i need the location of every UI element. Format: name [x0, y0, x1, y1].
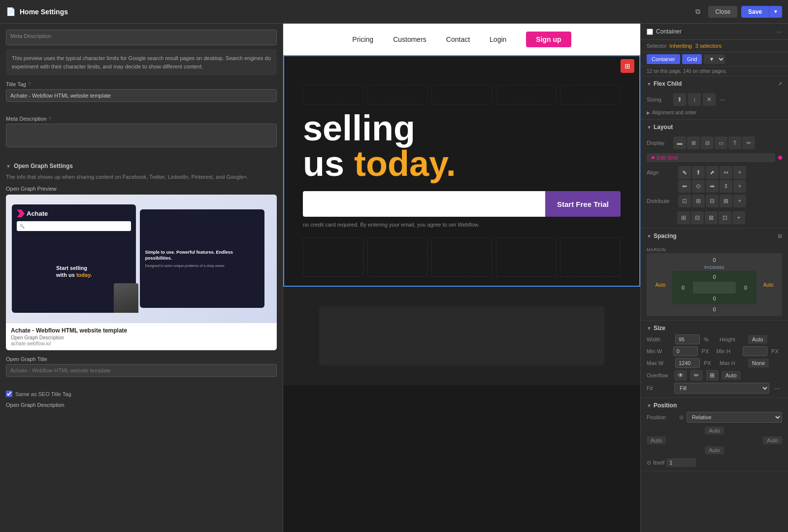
- nav-customers[interactable]: Customers: [393, 35, 427, 43]
- preview-cta-button[interactable]: Start Free Trial: [545, 191, 621, 217]
- display-block-btn[interactable]: ▬: [673, 136, 686, 149]
- overflow-hidden-btn[interactable]: ✏: [690, 370, 703, 381]
- margin-bottom-input[interactable]: [707, 306, 722, 312]
- align-mid-center[interactable]: ⊙: [692, 180, 705, 193]
- selector-dropdown[interactable]: ▼: [704, 54, 725, 64]
- align-mid-right[interactable]: ➡: [706, 180, 719, 193]
- dist-btn-1[interactable]: ⊡: [678, 195, 691, 207]
- align-mid-stretch[interactable]: ⇕: [720, 180, 732, 193]
- edit-grid-btn[interactable]: Edit Grid: [647, 153, 775, 162]
- align-top-left[interactable]: ⬉: [678, 166, 691, 179]
- margin-right-auto[interactable]: Auto: [761, 282, 776, 288]
- close-button[interactable]: Close: [708, 6, 737, 18]
- nav-contact[interactable]: Contact: [446, 35, 470, 43]
- position-select[interactable]: Relative Absolute Fixed Sticky: [687, 412, 782, 423]
- og-title-input[interactable]: [6, 364, 277, 377]
- display-inline-btn[interactable]: ▭: [715, 136, 727, 149]
- rp-spacing-header[interactable]: ▼ Spacing ⊞: [641, 229, 788, 243]
- dist2-btn-1[interactable]: ⊞: [677, 211, 690, 224]
- rp-element-title: Container: [656, 28, 773, 35]
- nav-login[interactable]: Login: [490, 35, 506, 43]
- sizing-btn-2[interactable]: ↕: [688, 93, 701, 106]
- sizing-btn-3[interactable]: ✕: [703, 93, 716, 106]
- dist2-btn-5[interactable]: +: [732, 211, 745, 224]
- title-tag-help[interactable]: ?: [28, 82, 31, 87]
- pos-mid-row: Auto Auto: [647, 436, 782, 444]
- dist-btn-5[interactable]: +: [733, 195, 746, 207]
- rp-flex-child-header[interactable]: ▼ Flex Child ↗: [641, 76, 788, 91]
- max-w-input[interactable]: [675, 358, 700, 368]
- rp-position-header[interactable]: ▼ Position: [647, 402, 782, 412]
- fit-more-btn[interactable]: ···: [772, 383, 782, 393]
- dist2-btn-2[interactable]: ⊟: [691, 211, 704, 224]
- align-more[interactable]: +: [733, 166, 746, 179]
- margin-mid: Auto PADDING: [651, 265, 778, 304]
- min-w-input[interactable]: [673, 346, 698, 356]
- padding-right-input[interactable]: [738, 285, 753, 291]
- padding-top-input[interactable]: [707, 274, 722, 280]
- nav-signup[interactable]: Sign up: [526, 32, 571, 47]
- align-top-right[interactable]: ⬈: [706, 166, 719, 179]
- margin-top-input[interactable]: [707, 257, 722, 263]
- same-as-seo-checkbox[interactable]: [6, 391, 12, 397]
- dist-btn-4[interactable]: ⊠: [720, 195, 732, 207]
- max-w-unit: PX: [704, 360, 716, 366]
- overflow-scroll-btn[interactable]: ⊞: [706, 370, 719, 381]
- flex-child-menu-icon[interactable]: ↗: [778, 81, 782, 87]
- layout-chevron-icon: ▼: [647, 125, 652, 130]
- preview-email-input[interactable]: [303, 191, 545, 217]
- duplicate-icon[interactable]: ⧉: [691, 5, 704, 18]
- dist-btn-3[interactable]: ⊟: [706, 195, 719, 207]
- fit-select[interactable]: Fill Contain Cover: [674, 383, 769, 394]
- bottom-grid-box: [303, 237, 363, 277]
- sizing-btn-1[interactable]: ⬆: [673, 93, 686, 106]
- meta-description-input[interactable]: [6, 124, 277, 147]
- dist2-btn-4[interactable]: ⊡: [719, 211, 731, 224]
- container-selector-btn[interactable]: Container: [647, 54, 680, 64]
- margin-left-auto[interactable]: Auto: [653, 282, 668, 288]
- rp-element-checkbox[interactable]: [647, 29, 653, 35]
- same-as-seo-row: Same as SEO Title Tag: [6, 391, 277, 397]
- max-h-none-btn[interactable]: None: [748, 359, 769, 367]
- padding-bottom-input[interactable]: [707, 296, 722, 301]
- width-input[interactable]: [675, 334, 700, 344]
- pos-top-auto[interactable]: Auto: [705, 427, 724, 434]
- align-top-center[interactable]: ⬆: [692, 166, 705, 179]
- align-mid-more[interactable]: +: [733, 180, 746, 193]
- save-dropdown-button[interactable]: ▼: [769, 6, 782, 18]
- height-auto-btn[interactable]: Auto: [748, 335, 767, 344]
- rp-size-header[interactable]: ▼ Size: [647, 325, 782, 334]
- align-order-label[interactable]: ▶ Alignment and order: [647, 110, 782, 115]
- rp-flex-child-section: ▼ Flex Child ↗ Sizing ⬆ ↕ ✕ ··· ▶ Alignm…: [641, 76, 788, 120]
- overflow-auto-btn[interactable]: Auto: [722, 371, 741, 380]
- rp-element-menu-icon[interactable]: ···: [776, 28, 782, 35]
- height-label: Height: [720, 336, 744, 342]
- topbar: 📄 Home Settings ⧉ Close Save ▼: [0, 0, 788, 24]
- pos-bottom-auto[interactable]: Auto: [705, 446, 724, 454]
- display-grid-btn[interactable]: ⊟: [701, 136, 714, 149]
- meta-desc-help[interactable]: ?: [49, 116, 52, 122]
- dist-btn-2[interactable]: ⊞: [692, 195, 705, 207]
- position-row: Position ⊙ Relative Absolute Fixed Stick…: [647, 412, 782, 423]
- align-stretch[interactable]: ⇔: [720, 166, 732, 179]
- og-section-header[interactable]: ▼ Open Graph Settings: [6, 163, 277, 169]
- pos-left-auto[interactable]: Auto: [647, 436, 666, 444]
- rp-layout-header[interactable]: ▼ Layout: [641, 120, 788, 134]
- nav-pricing[interactable]: Pricing: [352, 35, 373, 43]
- sizing-more-btn[interactable]: ···: [718, 95, 727, 104]
- overflow-visible-btn[interactable]: 👁: [674, 370, 687, 381]
- title-tag-input[interactable]: [6, 89, 277, 102]
- padding-left-input[interactable]: [676, 285, 690, 291]
- grid-selector-btn[interactable]: Grid: [682, 54, 702, 64]
- dist2-btn-3[interactable]: ⊠: [705, 211, 718, 224]
- pos-itself-input[interactable]: [666, 458, 696, 467]
- display-text-btn[interactable]: T: [728, 136, 741, 149]
- save-button[interactable]: Save: [741, 6, 769, 18]
- layout-title: Layout: [654, 124, 782, 131]
- pos-right-auto[interactable]: Auto: [763, 436, 782, 444]
- min-h-input[interactable]: [743, 346, 767, 356]
- margin-left: Auto: [651, 282, 670, 288]
- align-mid-left[interactable]: ⬅: [678, 180, 691, 193]
- display-none-btn[interactable]: ✏: [742, 136, 755, 149]
- display-flex-btn[interactable]: ⊞: [687, 136, 700, 149]
